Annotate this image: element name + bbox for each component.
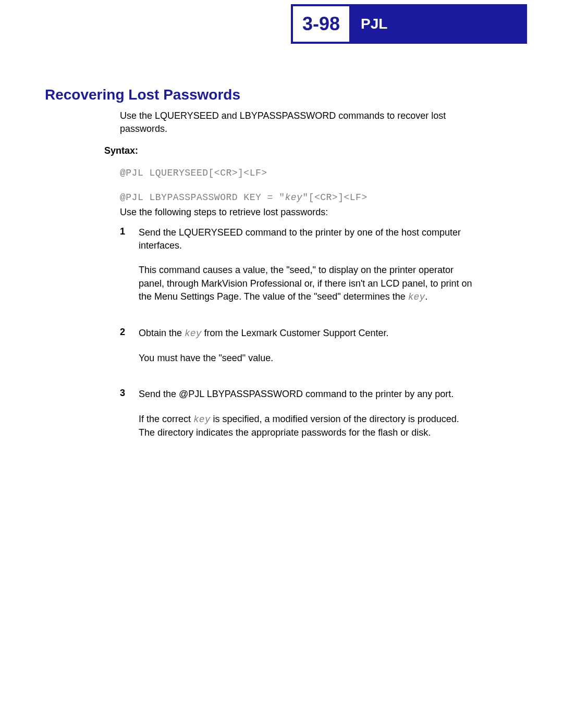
syntax-key: key <box>285 192 302 203</box>
step-content: Send the @PJL LBYPASSPASSWORD command to… <box>139 388 474 451</box>
key-inline: key <box>193 414 210 425</box>
step-2-p1: Obtain the key from the Lexmark Customer… <box>139 327 389 340</box>
step-2-p1-post: from the Lexmark Customer Support Center… <box>201 328 388 338</box>
step-3-p2-pre: If the correct <box>139 414 193 424</box>
step-3-p2: If the correct key is specified, a modif… <box>139 413 474 439</box>
step-1-p1: Send the LQUERYSEED command to the print… <box>139 226 474 252</box>
step-2: 2 Obtain the key from the Lexmark Custom… <box>120 327 474 376</box>
syntax-line-2: @PJL LBYPASSPASSWORD KEY = "key"[<CR>]<L… <box>120 191 368 204</box>
syntax-label: Syntax: <box>104 145 138 156</box>
syntax-block: @PJL LQUERYSEED[<CR>]<LF> @PJL LBYPASSPA… <box>120 167 368 204</box>
step-3-p1: Send the @PJL LBYPASSPASSWORD command to… <box>139 388 474 401</box>
step-1-p2-post: . <box>425 291 427 302</box>
syntax-line-2-post: "[<CR>]<LF> <box>302 192 367 203</box>
syntax-line-2-pre: @PJL LBYPASSPASSWORD KEY = " <box>120 192 285 203</box>
step-content: Send the LQUERYSEED command to the print… <box>139 226 474 315</box>
header-title: PJL <box>361 16 387 32</box>
step-number: 3 <box>120 388 139 451</box>
steps-container: 1 Send the LQUERYSEED command to the pri… <box>120 226 474 462</box>
step-1-p2: This command causes a value, the "seed,"… <box>139 264 474 304</box>
step-2-p2: You must have the "seed" value. <box>139 352 389 365</box>
step-2-p1-pre: Obtain the <box>139 328 185 338</box>
steps-intro: Use the following steps to retrieve lost… <box>120 207 328 218</box>
section-heading: Recovering Lost Passwords <box>45 87 240 103</box>
step-number: 1 <box>120 226 139 315</box>
key-inline: key <box>408 292 425 302</box>
intro-text: Use the LQUERYSEED and LBYPASSPASSWORD c… <box>120 109 474 135</box>
syntax-line-1: @PJL LQUERYSEED[<CR>]<LF> <box>120 167 368 180</box>
step-number: 2 <box>120 327 139 376</box>
step-1: 1 Send the LQUERYSEED command to the pri… <box>120 226 474 315</box>
page-number: 3-98 <box>291 4 351 44</box>
step-content: Obtain the key from the Lexmark Customer… <box>139 327 389 376</box>
step-3: 3 Send the @PJL LBYPASSPASSWORD command … <box>120 388 474 451</box>
key-inline: key <box>185 328 201 339</box>
